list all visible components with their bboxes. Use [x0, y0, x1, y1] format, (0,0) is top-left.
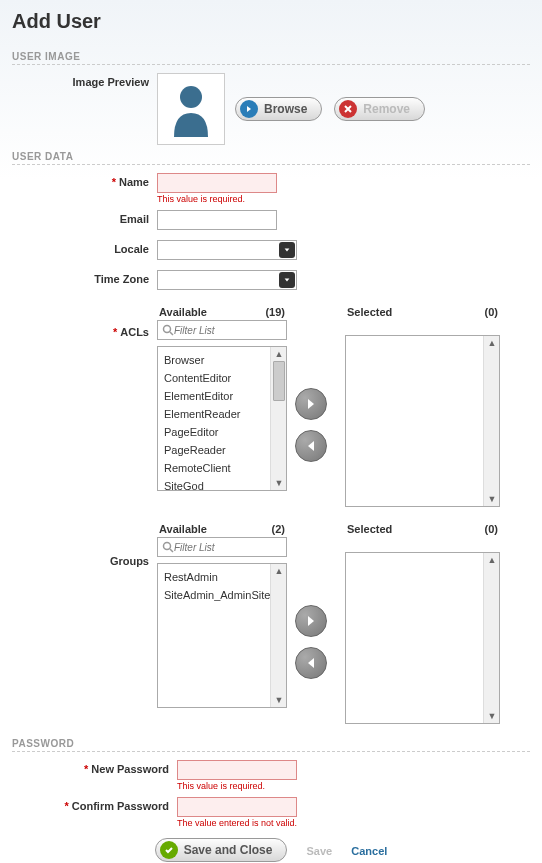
list-item[interactable]: ContentEditor: [164, 369, 280, 387]
list-item[interactable]: SiteAdmin_AdminSite: [164, 586, 280, 604]
browse-button[interactable]: Browse: [235, 97, 322, 121]
name-input[interactable]: [157, 173, 277, 193]
search-icon: [162, 324, 174, 336]
scroll-up-icon[interactable]: ▲: [271, 347, 287, 361]
remove-button[interactable]: Remove: [334, 97, 425, 121]
scroll-up-icon[interactable]: ▲: [484, 553, 500, 567]
groups-selected-list[interactable]: ▲ ▼: [345, 552, 500, 724]
scrollbar[interactable]: ▲ ▼: [483, 336, 499, 506]
arrow-left-icon: [304, 439, 318, 453]
name-error: This value is required.: [157, 194, 530, 204]
groups-filter-input[interactable]: [174, 542, 264, 553]
acls-label: ACLs: [120, 326, 149, 338]
scroll-down-icon[interactable]: ▼: [484, 492, 500, 506]
scroll-down-icon[interactable]: ▼: [271, 476, 287, 490]
list-item[interactable]: PageEditor: [164, 423, 280, 441]
groups-add-button[interactable]: [295, 605, 327, 637]
acls-remove-button[interactable]: [295, 430, 327, 462]
confirm-password-error: The value entered is not valid.: [177, 818, 530, 828]
list-item[interactable]: ElementEditor: [164, 387, 280, 405]
remove-label: Remove: [363, 102, 410, 116]
groups-available-count: (2): [272, 523, 285, 535]
groups-filter[interactable]: [157, 537, 287, 557]
list-item[interactable]: Browser: [164, 351, 280, 369]
groups-available-label: Available: [159, 523, 207, 535]
svg-line-2: [170, 332, 173, 335]
groups-remove-button[interactable]: [295, 647, 327, 679]
scroll-down-icon[interactable]: ▼: [484, 709, 500, 723]
acls-add-button[interactable]: [295, 388, 327, 420]
acls-selected-label: Selected: [347, 306, 392, 318]
scrollbar[interactable]: ▲ ▼: [483, 553, 499, 723]
image-preview-label: Image Preview: [12, 73, 157, 88]
scroll-up-icon[interactable]: ▲: [484, 336, 500, 350]
acls-selected-list[interactable]: ▲ ▼: [345, 335, 500, 507]
locale-label: Locale: [12, 240, 157, 255]
list-item[interactable]: PageReader: [164, 441, 280, 459]
acls-available-list[interactable]: BrowserContentEditorElementEditorElement…: [157, 346, 287, 491]
section-user-data: USER DATA: [12, 151, 530, 165]
avatar-icon: [166, 79, 216, 139]
browse-label: Browse: [264, 102, 307, 116]
arrow-left-icon: [304, 656, 318, 670]
confirm-password-input[interactable]: [177, 797, 297, 817]
email-label: Email: [12, 210, 157, 225]
list-item[interactable]: RemoteClient: [164, 459, 280, 477]
groups-label: Groups: [110, 555, 149, 567]
section-user-image: USER IMAGE: [12, 51, 530, 65]
confirm-password-label: Confirm Password: [72, 800, 169, 812]
acls-selected-count: (0): [485, 306, 498, 318]
new-password-input[interactable]: [177, 760, 297, 780]
save-button[interactable]: Save: [306, 845, 332, 857]
arrow-right-icon: [304, 397, 318, 411]
chevron-down-icon[interactable]: [279, 272, 295, 288]
scrollbar[interactable]: ▲ ▼: [270, 347, 286, 490]
cancel-button[interactable]: Cancel: [351, 845, 387, 857]
section-password: PASSWORD: [12, 738, 530, 752]
groups-selected-count: (0): [485, 523, 498, 535]
list-item[interactable]: ElementReader: [164, 405, 280, 423]
list-item[interactable]: SiteGod: [164, 477, 280, 491]
new-password-error: This value is required.: [177, 781, 530, 791]
acls-filter-input[interactable]: [174, 325, 264, 336]
email-input[interactable]: [157, 210, 277, 230]
arrow-right-icon: [304, 614, 318, 628]
check-icon: [160, 841, 178, 859]
scroll-thumb[interactable]: [273, 361, 285, 401]
close-icon: [339, 100, 357, 118]
new-password-label: New Password: [91, 763, 169, 775]
svg-point-1: [164, 326, 171, 333]
acls-available-count: (19): [265, 306, 285, 318]
save-and-close-button[interactable]: Save and Close: [155, 838, 288, 862]
save-close-label: Save and Close: [184, 843, 273, 857]
svg-point-0: [180, 86, 202, 108]
page-title: Add User: [12, 10, 530, 33]
svg-line-4: [170, 549, 173, 552]
list-item[interactable]: RestAdmin: [164, 568, 280, 586]
name-label: Name: [119, 176, 149, 188]
acls-available-label: Available: [159, 306, 207, 318]
avatar-placeholder: [157, 73, 225, 145]
search-icon: [162, 541, 174, 553]
scrollbar[interactable]: ▲ ▼: [270, 564, 286, 707]
scroll-down-icon[interactable]: ▼: [271, 693, 287, 707]
scroll-up-icon[interactable]: ▲: [271, 564, 287, 578]
locale-select[interactable]: [157, 240, 297, 260]
groups-available-list[interactable]: RestAdminSiteAdmin_AdminSite ▲ ▼: [157, 563, 287, 708]
groups-selected-label: Selected: [347, 523, 392, 535]
timezone-select[interactable]: [157, 270, 297, 290]
timezone-label: Time Zone: [12, 270, 157, 285]
acls-filter[interactable]: [157, 320, 287, 340]
svg-point-3: [164, 543, 171, 550]
chevron-down-icon[interactable]: [279, 242, 295, 258]
arrow-right-icon: [240, 100, 258, 118]
